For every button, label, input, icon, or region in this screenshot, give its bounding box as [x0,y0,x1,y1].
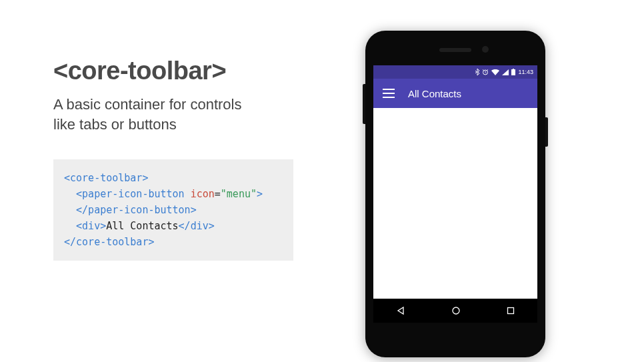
phone-speaker [439,48,471,52]
code-token: > [257,188,263,200]
wifi-icon [491,69,499,75]
code-token: <div> [76,220,106,232]
phone-screen: 11:43 All Contacts [373,65,537,323]
code-token: <paper-icon-button [76,188,185,200]
svg-rect-1 [511,69,515,75]
code-token: </paper-icon-button> [76,204,197,216]
code-token: </div> [179,220,215,232]
phone-camera [482,46,489,53]
toolbar-title: All Contacts [408,88,461,99]
app-content [373,108,537,299]
code-attr: icon [185,188,215,200]
code-token: = [215,188,221,200]
component-heading: <core-toolbar> [53,57,307,85]
svg-rect-4 [507,308,513,314]
bluetooth-icon [475,69,479,75]
svg-rect-2 [513,69,514,69]
code-token: <core-toolbar> [64,172,148,184]
desc-line-2: like tabs or buttons [53,116,177,133]
code-snippet: <core-toolbar> <paper-icon-button icon="… [53,159,293,261]
component-description: A basic container for controls like tabs… [53,95,307,134]
android-nav-bar [373,299,537,323]
menu-icon[interactable] [383,89,395,98]
code-token: </core-toolbar> [64,236,154,248]
code-value: "menu" [221,188,257,200]
phone-mockup: 11:43 All Contacts [365,31,545,357]
signal-icon [502,69,509,75]
recents-icon[interactable] [507,307,515,315]
battery-icon [511,69,515,75]
home-icon[interactable] [451,306,461,315]
back-icon[interactable] [396,306,405,315]
code-text: All Contacts [106,220,178,232]
alarm-icon [482,69,489,75]
desc-line-1: A basic container for controls [53,96,241,113]
app-toolbar: All Contacts [373,79,537,108]
status-bar: 11:43 [373,65,537,79]
status-time: 11:43 [518,69,533,75]
svg-point-3 [453,307,459,314]
